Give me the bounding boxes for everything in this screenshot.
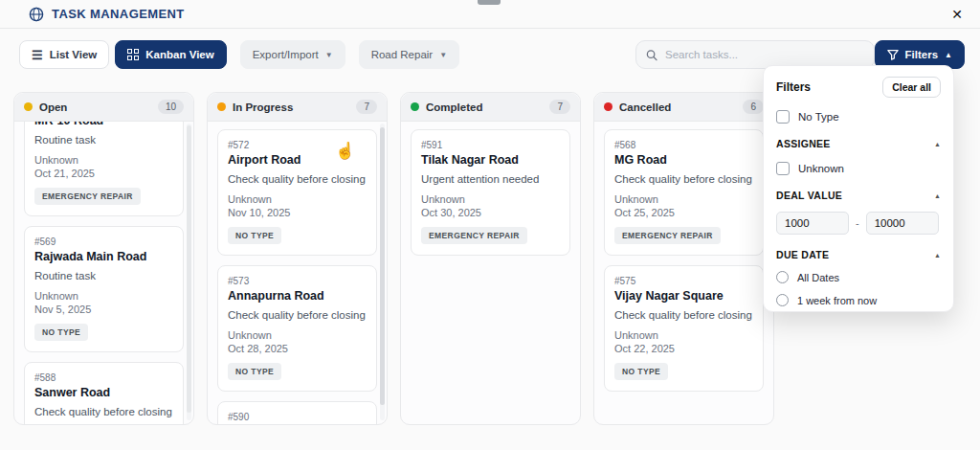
search-input[interactable] [665, 49, 864, 60]
task-type-badge: EMERGENCY REPAIR [34, 188, 141, 205]
funnel-icon [887, 49, 899, 60]
task-type-badge: NO TYPE [228, 363, 281, 380]
section-title: ASSIGNEE [776, 138, 831, 149]
deal-value-min-input[interactable] [776, 212, 849, 235]
filters-panel-title: Filters [776, 80, 811, 94]
column-scrollbar[interactable] [187, 124, 191, 420]
search-icon [646, 49, 657, 61]
task-title: Sanwer Road [34, 386, 173, 399]
task-description: Urgent attention needed [421, 173, 560, 185]
filter-option-label: Unknown [798, 163, 844, 174]
checkbox-icon[interactable] [776, 162, 790, 175]
task-card[interactable]: MR-10 Road Routine task Unknown Oct 21, … [24, 122, 184, 216]
column-name: In Progress [233, 101, 293, 113]
task-card[interactable]: #575 Vijay Nagar Square Check quality be… [604, 265, 764, 392]
export-import-dropdown[interactable]: Export/Import ▼ [240, 40, 345, 69]
task-title: Annapurna Road [228, 289, 367, 303]
task-due-date: Nov 10, 2025 [228, 207, 367, 218]
export-import-label: Export/Import [253, 49, 319, 60]
page-title: TASK MANAGEMENT [52, 7, 185, 21]
task-title: Rajwada Main Road [34, 250, 173, 263]
column-scrollbar[interactable] [380, 124, 385, 420]
task-assignee: Unknown [34, 290, 173, 302]
status-dot [24, 102, 33, 111]
task-title: Airport Road [228, 153, 367, 167]
task-assignee: Unknown [228, 329, 367, 341]
column-cancelled-header: Cancelled 6 [594, 93, 773, 122]
column-cancelled-body: #568 MG Road Check quality before closin… [594, 122, 773, 424]
task-title: MR-10 Road [34, 122, 173, 127]
radio-1-week[interactable]: 1 week from now [776, 294, 941, 306]
filter-option-unknown[interactable]: Unknown [776, 162, 941, 175]
task-description: Check quality before closing [614, 309, 753, 321]
section-title: DUE DATE [776, 249, 829, 260]
radio-all-dates[interactable]: All Dates [776, 271, 941, 283]
column-in-progress: In Progress 7 #572 Airport Road Check qu… [207, 92, 388, 425]
column-completed: Completed 7 #591 Tilak Nagar Road Urgent… [400, 92, 581, 425]
task-card[interactable]: #588 Sanwer Road Check quality before cl… [24, 362, 184, 424]
task-title: MG Road [614, 153, 753, 167]
project-dropdown[interactable]: Road Repair ▼ [359, 40, 460, 69]
task-assignee: Unknown [421, 193, 560, 205]
column-completed-body: #591 Tilak Nagar Road Urgent attention n… [401, 122, 580, 424]
task-title: Tilak Nagar Road [421, 153, 560, 167]
drag-handle [478, 0, 501, 5]
column-completed-header: Completed 7 [401, 93, 580, 122]
column-open-header: Open 10 [14, 93, 193, 122]
radio-icon[interactable] [776, 294, 789, 306]
top-bar: TASK MANAGEMENT ✕ [0, 0, 980, 29]
list-icon: ☰ [32, 49, 43, 61]
app-title: TASK MANAGEMENT [29, 7, 185, 22]
column-count-badge: 7 [356, 100, 377, 114]
project-label: Road Repair [371, 49, 434, 60]
task-description: Check quality before closing [34, 406, 173, 417]
task-number: #569 [34, 236, 173, 247]
section-deal-value[interactable]: DEAL VALUE ▲ [776, 190, 941, 201]
task-card[interactable]: #573 Annapurna Road Check quality before… [217, 265, 377, 392]
filter-option-no-type[interactable]: No Type [776, 110, 941, 124]
filters-panel: Filters Clear all No Type ASSIGNEE ▲ Unk… [763, 65, 954, 312]
chevron-up-icon: ▲ [945, 51, 952, 59]
column-count-badge: 10 [158, 100, 184, 114]
column-name: Open [39, 101, 67, 113]
task-card[interactable]: #568 MG Road Check quality before closin… [604, 129, 764, 256]
task-type-badge: EMERGENCY REPAIR [421, 227, 527, 244]
column-count-badge: 7 [549, 100, 570, 114]
clear-all-button[interactable]: Clear all [882, 77, 941, 98]
list-view-button[interactable]: ☰ List View [19, 40, 109, 69]
task-number: #590 [228, 412, 367, 422]
task-card[interactable]: #572 Airport Road Check quality before c… [217, 129, 377, 256]
filter-option-label: No Type [798, 111, 839, 123]
task-due-date: Oct 30, 2025 [421, 207, 560, 218]
task-title: Vijay Nagar Square [614, 289, 753, 303]
task-type-badge: NO TYPE [228, 227, 281, 244]
column-name: Cancelled [619, 101, 671, 113]
app-logo-icon [29, 7, 44, 22]
chevron-down-icon: ▼ [325, 51, 333, 59]
column-open: Open 10 MR-10 Road Routine task Unknown … [13, 92, 194, 425]
close-icon[interactable]: ✕ [947, 6, 967, 23]
section-due-date[interactable]: DUE DATE ▲ [776, 249, 941, 260]
task-card[interactable]: #591 Tilak Nagar Road Urgent attention n… [411, 129, 570, 256]
column-name: Completed [426, 101, 482, 113]
collapse-caret-icon: ▲ [934, 141, 941, 147]
chevron-down-icon: ▼ [439, 51, 447, 59]
deal-value-max-input[interactable] [866, 212, 939, 235]
kanban-view-button[interactable]: Kanban View [115, 40, 226, 69]
task-number: #573 [228, 276, 367, 286]
column-in-progress-body: #572 Airport Road Check quality before c… [208, 122, 387, 424]
range-dash: - [856, 217, 859, 229]
collapse-caret-icon: ▲ [934, 252, 941, 259]
task-due-date: Oct 22, 2025 [614, 343, 753, 354]
task-number: #588 [34, 372, 173, 383]
task-card[interactable]: #569 Rajwada Main Road Routine task Unkn… [24, 226, 184, 352]
radio-icon[interactable] [776, 271, 789, 283]
list-view-label: List View [50, 49, 98, 60]
checkbox-icon[interactable] [776, 110, 790, 124]
column-count-badge: 6 [743, 100, 764, 114]
task-assignee: Unknown [34, 154, 173, 166]
task-assignee: Unknown [614, 329, 753, 341]
section-assignee[interactable]: ASSIGNEE ▲ [776, 138, 941, 149]
task-assignee: Unknown [614, 193, 753, 205]
task-card[interactable]: #590 Chhatripura Road Urgent attention n… [217, 401, 377, 424]
